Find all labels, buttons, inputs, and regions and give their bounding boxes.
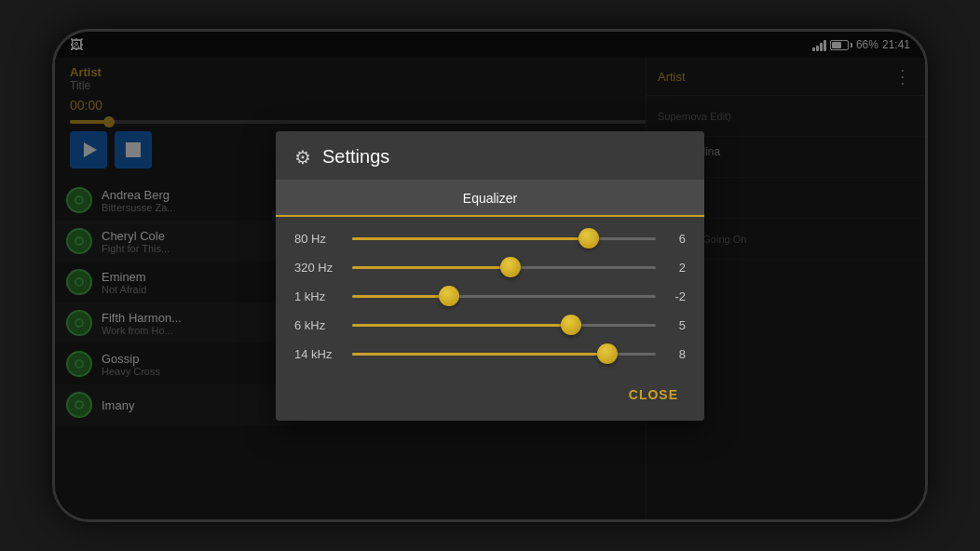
eq-value-3: 5 [667,318,686,332]
dialog-overlay: ⚙ Settings Equalizer 80 Hz 6 32 [55,32,925,519]
eq-label-2: 1 kHz [294,289,341,303]
dialog-title: Settings [322,146,389,168]
gear-icon: ⚙ [294,146,311,168]
close-button[interactable]: CLOSE [621,383,686,406]
eq-value-4: 8 [667,347,686,361]
eq-value-2: -2 [667,289,686,303]
eq-label-3: 6 kHz [294,318,341,332]
eq-slider-4[interactable] [352,353,656,356]
eq-row-0: 80 Hz 6 [294,232,686,246]
eq-value-0: 6 [667,232,686,246]
eq-slider-3[interactable] [352,324,656,327]
eq-row-4: 14 kHz 8 [294,347,686,361]
eq-label-1: 320 Hz [294,261,341,275]
settings-dialog: ⚙ Settings Equalizer 80 Hz 6 32 [276,131,704,421]
dialog-header: ⚙ Settings [276,131,704,180]
eq-label-0: 80 Hz [294,232,341,246]
eq-label-4: 14 kHz [294,347,341,361]
dialog-body: 80 Hz 6 320 Hz 2 [276,217,704,376]
device-frame: 🖼 66% 21:41 Artist [52,29,928,522]
eq-slider-1[interactable] [352,266,656,269]
eq-slider-2[interactable] [352,295,656,298]
eq-row-3: 6 kHz 5 [294,318,686,332]
tab-equalizer[interactable]: Equalizer [276,180,704,217]
eq-row-1: 320 Hz 2 [294,261,686,275]
eq-slider-0[interactable] [352,237,656,240]
dialog-tab-bar: Equalizer [276,180,704,217]
eq-value-1: 2 [667,261,686,275]
dialog-footer: CLOSE [276,376,704,421]
eq-row-2: 1 kHz -2 [294,289,686,303]
